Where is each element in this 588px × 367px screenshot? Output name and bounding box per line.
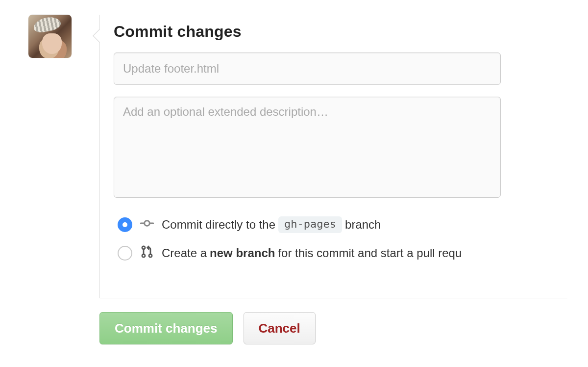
commit-panel: Commit changes Commit directly to the gh…: [99, 15, 567, 298]
radio-unselected-icon: [118, 246, 132, 261]
option-commit-direct[interactable]: Commit directly to the gh-pages branch: [118, 216, 567, 233]
commit-changes-button[interactable]: Commit changes: [99, 312, 233, 344]
commit-description-input[interactable]: [114, 97, 501, 198]
branch-name-pill: gh-pages: [278, 216, 342, 233]
commit-options: Commit directly to the gh-pages branch: [118, 216, 567, 262]
git-commit-icon: [140, 216, 154, 233]
speech-pointer: [93, 28, 100, 43]
git-pull-request-icon: [140, 245, 154, 262]
radio-selected-icon: [118, 217, 132, 232]
commit-actions: Commit changes Cancel: [99, 312, 567, 344]
option-new-branch[interactable]: Create a new branch for this commit and …: [118, 245, 567, 262]
option-new-branch-label: Create a new branch for this commit and …: [162, 246, 462, 260]
commit-summary-input[interactable]: [114, 52, 501, 85]
panel-title: Commit changes: [114, 23, 567, 41]
cancel-button[interactable]: Cancel: [244, 312, 316, 344]
svg-point-0: [145, 221, 150, 226]
avatar: [28, 15, 72, 58]
option-direct-label: Commit directly to the gh-pages branch: [162, 216, 381, 233]
